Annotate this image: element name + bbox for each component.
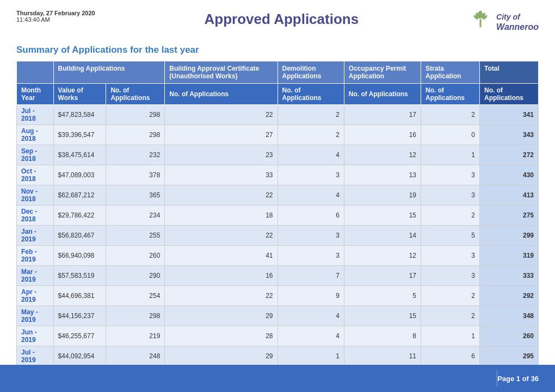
cell-2-3: 23 xyxy=(165,145,278,165)
cell-8-6: 3 xyxy=(421,266,480,286)
cell-2-7: 272 xyxy=(479,145,538,165)
cell-4-6: 3 xyxy=(421,185,480,206)
cell-8-0: Mar - 2019 xyxy=(17,266,54,286)
cell-2-5: 12 xyxy=(344,145,421,165)
cell-9-3: 22 xyxy=(165,286,278,306)
cell-9-4: 9 xyxy=(278,286,344,306)
cat-demolition: Demolition Applications xyxy=(278,61,344,84)
cell-6-2: 255 xyxy=(106,226,165,246)
cell-12-4: 1 xyxy=(278,346,344,366)
cell-1-5: 16 xyxy=(344,125,421,145)
logo-text: City of Wanneroo xyxy=(496,12,539,33)
cell-11-3: 28 xyxy=(165,326,278,346)
cell-8-3: 16 xyxy=(165,266,278,286)
cell-4-1: $62,687,212 xyxy=(53,185,106,206)
cell-8-7: 333 xyxy=(479,266,538,286)
cell-12-5: 11 xyxy=(344,346,421,366)
cat-total: Total xyxy=(479,61,538,84)
cell-10-6: 2 xyxy=(421,306,480,326)
cell-11-6: 1 xyxy=(421,326,480,346)
header: Thursday, 27 February 2020 11:43:40 AM A… xyxy=(0,0,555,40)
cell-6-6: 5 xyxy=(421,226,480,246)
cell-7-5: 12 xyxy=(344,246,421,266)
cell-9-5: 5 xyxy=(344,286,421,306)
cell-10-7: 348 xyxy=(479,306,538,326)
cell-1-3: 27 xyxy=(165,125,278,145)
cat-empty xyxy=(17,61,54,84)
cell-6-7: 299 xyxy=(479,226,538,246)
cell-7-7: 319 xyxy=(479,246,538,266)
cell-2-1: $38,475,614 xyxy=(53,145,106,165)
cell-0-5: 17 xyxy=(344,105,421,125)
cell-10-0: May - 2019 xyxy=(17,306,54,326)
logo-tree-icon xyxy=(468,10,493,35)
cell-8-4: 7 xyxy=(278,266,344,286)
cell-6-3: 22 xyxy=(165,226,278,246)
sub-no-occupancy: No. of Applications xyxy=(344,84,421,105)
cell-2-2: 232 xyxy=(106,145,165,165)
sub-value-works: Value of Works xyxy=(53,84,106,105)
cell-1-7: 343 xyxy=(479,125,538,145)
table-row: Dec - 2018$29,786,422234186152275 xyxy=(17,206,539,226)
table-row: Feb - 2019$66,940,098260413123319 xyxy=(17,246,539,266)
cell-4-5: 19 xyxy=(344,185,421,206)
cell-11-2: 219 xyxy=(106,326,165,346)
cell-4-2: 365 xyxy=(106,185,165,206)
cell-7-6: 3 xyxy=(421,246,480,266)
cell-7-2: 260 xyxy=(106,246,165,266)
cell-9-0: Apr - 2019 xyxy=(17,286,54,306)
sub-month-year: Month Year xyxy=(17,84,54,105)
cell-4-3: 22 xyxy=(165,185,278,206)
cell-3-4: 3 xyxy=(278,165,344,185)
cell-1-0: Aug - 2018 xyxy=(17,125,54,145)
datetime-block: Thursday, 27 February 2020 11:43:40 AM xyxy=(16,10,95,23)
logo-line1: City of xyxy=(496,12,539,22)
cell-5-3: 18 xyxy=(165,206,278,226)
cell-5-4: 6 xyxy=(278,206,344,226)
cell-2-6: 1 xyxy=(421,145,480,165)
cell-0-4: 2 xyxy=(278,105,344,125)
cell-4-7: 413 xyxy=(479,185,538,206)
page-number: Page 1 of 36 xyxy=(497,375,539,383)
time-label: 11:43:40 AM xyxy=(16,16,95,23)
table-row: Jun - 2019$46,255,67721928481260 xyxy=(17,326,539,346)
cell-9-1: $44,696,381 xyxy=(53,286,106,306)
table-row: Apr - 2019$44,696,38125422952292 xyxy=(17,286,539,306)
cell-10-3: 29 xyxy=(165,306,278,326)
cell-3-6: 3 xyxy=(421,165,480,185)
sub-no-strata: No. of Applications xyxy=(421,84,480,105)
svg-rect-6 xyxy=(480,19,482,27)
cell-7-3: 41 xyxy=(165,246,278,266)
cell-11-7: 260 xyxy=(479,326,538,346)
cell-5-1: $29,786,422 xyxy=(53,206,106,226)
cell-2-0: Sep - 2018 xyxy=(17,145,54,165)
table-row: Oct - 2018$47,089,003378333133430 xyxy=(17,165,539,185)
cell-8-5: 17 xyxy=(344,266,421,286)
cat-strata: Strata Application xyxy=(421,61,480,84)
cell-0-0: Jul - 2018 xyxy=(17,105,54,125)
cell-1-1: $39,396,547 xyxy=(53,125,106,145)
page-title: Approved Applications xyxy=(95,10,468,28)
cell-1-4: 2 xyxy=(278,125,344,145)
table-row: Aug - 2018$39,396,547298272160343 xyxy=(17,125,539,145)
cell-0-1: $47,823,584 xyxy=(53,105,106,125)
cell-7-4: 3 xyxy=(278,246,344,266)
applications-table: Building Applications Building Approval … xyxy=(16,61,539,380)
cell-3-7: 430 xyxy=(479,165,538,185)
table-row: Jan - 2019$56,820,467255223145299 xyxy=(17,226,539,246)
sub-no-bac: No. of Applications xyxy=(165,84,278,105)
cell-3-0: Oct - 2018 xyxy=(17,165,54,185)
cell-11-0: Jun - 2019 xyxy=(17,326,54,346)
cell-9-6: 2 xyxy=(421,286,480,306)
cell-12-7: 295 xyxy=(479,346,538,366)
cell-12-2: 248 xyxy=(106,346,165,366)
cell-6-0: Jan - 2019 xyxy=(17,226,54,246)
footer: Page 1 of 36 xyxy=(0,365,555,392)
cell-6-1: $56,820,467 xyxy=(53,226,106,246)
cell-0-3: 22 xyxy=(165,105,278,125)
cell-10-5: 15 xyxy=(344,306,421,326)
cell-4-0: Nov - 2018 xyxy=(17,185,54,206)
cell-12-3: 29 xyxy=(165,346,278,366)
cell-9-2: 254 xyxy=(106,286,165,306)
cat-bac: Building Approval Certificate (Unauthori… xyxy=(165,61,278,84)
